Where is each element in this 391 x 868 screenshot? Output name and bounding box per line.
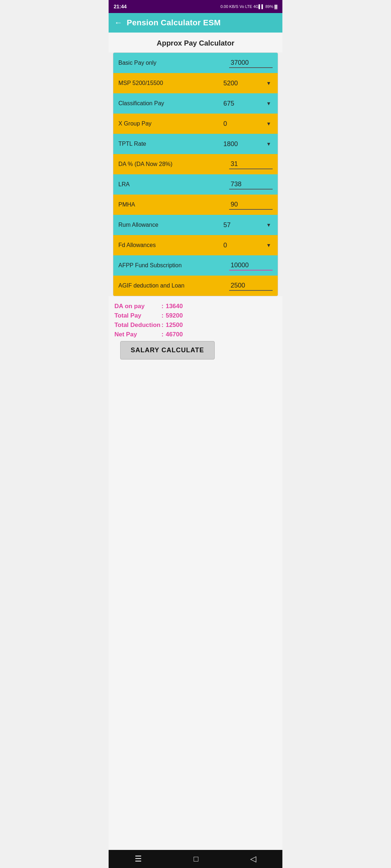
total-pay-result-label: Total Pay	[114, 312, 161, 319]
basic-pay-input[interactable]	[229, 58, 273, 68]
lte-label: LTE	[245, 4, 252, 9]
pmha-input-wrap	[196, 200, 273, 210]
msp-row: MSP 5200/15500 5200 15500	[113, 73, 278, 93]
total-pay-colon: :	[161, 312, 164, 319]
net-pay-result-label: Net Pay	[114, 331, 161, 338]
status-icons: 0.00 KB/S Vo LTE 4G▌▌ 89% ▓	[220, 4, 277, 9]
spacer	[109, 364, 282, 850]
agif-deduction-label: AGIF deduction and Loan	[118, 282, 196, 289]
header-title: Pension Calculator ESM	[127, 18, 221, 27]
total-deduction-colon: :	[161, 322, 164, 329]
da-percent-row: DA % (DA Now 28%)	[113, 154, 278, 174]
rum-allowance-row: Rum Allowance 57 0	[113, 215, 278, 235]
afpp-fund-input-wrap	[196, 261, 273, 271]
agif-deduction-row: AGIF deduction and Loan	[113, 276, 278, 296]
lra-input[interactable]	[229, 180, 273, 190]
agif-deduction-input-wrap	[196, 281, 273, 291]
signal-bars: 4G▌▌	[253, 4, 264, 9]
total-deduction-result-label: Total Deduction	[114, 322, 161, 329]
fd-allowances-select-wrapper: 0 100	[222, 241, 273, 250]
tptl-rate-row: TPTL Rate 1800 0	[113, 134, 278, 154]
home-icon[interactable]: □	[194, 854, 198, 864]
da-percent-input[interactable]	[229, 159, 273, 169]
lra-label: LRA	[118, 181, 196, 188]
x-group-pay-row: X Group Pay 0 1400	[113, 114, 278, 134]
x-group-pay-select-wrapper: 0 1400	[222, 119, 273, 128]
da-on-pay-result: DA on pay : 13640	[114, 303, 277, 310]
lra-row: LRA	[113, 174, 278, 195]
total-pay-result-value: 59200	[166, 312, 183, 319]
total-deduction-result-value: 12500	[166, 322, 183, 329]
classification-pay-select-wrapper: 675 0	[222, 99, 273, 108]
back-button[interactable]: ←	[114, 18, 122, 27]
da-percent-input-wrap	[196, 159, 273, 169]
msp-select[interactable]: 5200 15500	[222, 79, 273, 88]
afpp-fund-label: AFPP Fund Subscription	[118, 262, 196, 269]
classification-pay-row: Classification Pay 675 0	[113, 93, 278, 114]
rum-allowance-wrap: 57 0	[196, 221, 273, 229]
results-section: DA on pay : 13640 Total Pay : 59200 Tota…	[109, 296, 282, 364]
classification-pay-wrap: 675 0	[196, 99, 273, 108]
da-on-pay-colon: :	[161, 303, 164, 310]
pmha-input[interactable]	[229, 200, 273, 210]
status-time: 21:44	[114, 4, 127, 9]
network-speed: 0.00 KB/S	[220, 4, 239, 9]
basic-pay-label: Basic Pay only	[118, 60, 196, 66]
network-type: Vo	[239, 4, 244, 9]
x-group-pay-wrap: 0 1400	[196, 119, 273, 128]
page-title: Approx Pay Calculator	[157, 39, 235, 47]
rum-allowance-label: Rum Allowance	[118, 222, 196, 228]
page-title-container: Approx Pay Calculator	[109, 33, 282, 52]
rum-allowance-select-wrapper: 57 0	[222, 221, 273, 229]
battery-percent: 89%	[265, 4, 273, 9]
msp-select-wrap: 5200 15500	[196, 79, 273, 88]
pmha-label: PMHA	[118, 201, 196, 208]
back-nav-icon[interactable]: ◁	[250, 854, 256, 864]
afpp-fund-row: AFPP Fund Subscription	[113, 255, 278, 276]
net-pay-result: Net Pay : 46700	[114, 331, 277, 338]
rum-allowance-select[interactable]: 57 0	[222, 221, 273, 229]
header: ← Pension Calculator ESM	[109, 13, 282, 33]
total-deduction-result: Total Deduction : 12500	[114, 322, 277, 329]
basic-pay-input-wrap	[196, 58, 273, 68]
tptl-rate-wrap: 1800 0	[196, 140, 273, 148]
salary-calculate-button[interactable]: SALARY CALCULATE	[120, 341, 215, 359]
pmha-row: PMHA	[113, 195, 278, 215]
basic-pay-row: Basic Pay only	[113, 53, 278, 73]
total-pay-result: Total Pay : 59200	[114, 312, 277, 319]
afpp-fund-input[interactable]	[229, 261, 273, 271]
net-pay-colon: :	[161, 331, 164, 338]
tptl-rate-select-wrapper: 1800 0	[222, 140, 273, 148]
classification-pay-select[interactable]: 675 0	[222, 99, 273, 108]
agif-deduction-input[interactable]	[229, 281, 273, 291]
fd-allowances-wrap: 0 100	[196, 241, 273, 250]
form-container: Basic Pay only MSP 5200/15500 5200 15500…	[113, 52, 278, 296]
classification-pay-label: Classification Pay	[118, 100, 196, 107]
battery-icon: ▓	[274, 4, 277, 9]
da-on-pay-result-label: DA on pay	[114, 303, 161, 310]
msp-select-wrapper: 5200 15500	[222, 79, 273, 88]
lra-input-wrap	[196, 180, 273, 190]
net-pay-result-value: 46700	[166, 331, 183, 338]
x-group-pay-label: X Group Pay	[118, 120, 196, 127]
fd-allowances-row: Fd Allowances 0 100	[113, 235, 278, 255]
msp-label: MSP 5200/15500	[118, 80, 196, 86]
fd-allowances-select[interactable]: 0 100	[222, 241, 273, 250]
fd-allowances-label: Fd Allowances	[118, 242, 196, 248]
da-percent-label: DA % (DA Now 28%)	[118, 161, 196, 167]
nav-bar: ☰ □ ◁	[109, 850, 282, 868]
status-bar: 21:44 0.00 KB/S Vo LTE 4G▌▌ 89% ▓	[109, 0, 282, 13]
tptl-rate-select[interactable]: 1800 0	[222, 140, 273, 148]
da-on-pay-result-value: 13640	[166, 303, 183, 310]
menu-icon[interactable]: ☰	[135, 854, 142, 864]
x-group-pay-select[interactable]: 0 1400	[222, 119, 273, 128]
tptl-rate-label: TPTL Rate	[118, 141, 196, 147]
